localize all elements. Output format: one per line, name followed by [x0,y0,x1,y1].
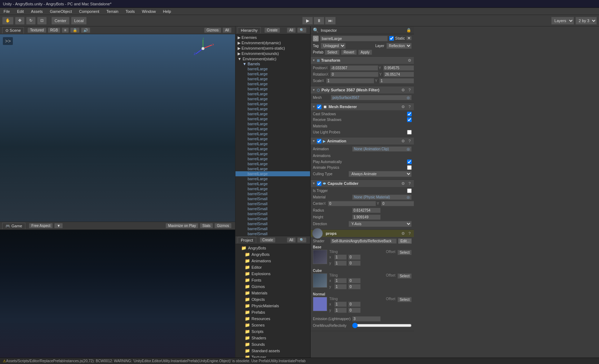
list-item[interactable]: barrelLarge [235,106,310,111]
maximize-btn[interactable]: Maximize on Play [166,223,198,228]
aspect-btn[interactable]: Free Aspect [29,223,53,228]
cube-tile-x-input[interactable] [334,278,347,283]
base-offset-x-input[interactable] [348,254,361,260]
list-item[interactable]: barrelSmall [235,206,310,211]
project-folder-textures[interactable]: 📁 Textures [235,354,310,358]
height-input[interactable] [352,214,381,220]
base-tile-x-input[interactable] [334,254,347,260]
project-folder-editor[interactable]: 📁 Editor [235,264,310,271]
capsule-help-btn[interactable]: ? [407,181,412,186]
shader-input[interactable] [330,238,397,244]
scale-y-input[interactable] [379,78,414,84]
normal-texture-thumb[interactable] [313,297,327,311]
rot-x-input[interactable] [330,72,379,77]
prefab-select-btn[interactable]: Select [325,50,340,55]
emission-input[interactable] [352,316,381,322]
list-item[interactable]: barrelLarge [235,181,310,186]
list-item[interactable]: barrelLarge [235,91,310,96]
mesh-filter-help-btn[interactable]: ? [407,87,412,93]
list-item[interactable]: barrelSmall [235,221,310,226]
list-item[interactable]: barrelSmall [235,226,310,231]
local-button[interactable]: Local [71,17,87,25]
list-item[interactable]: barrelLarge [235,186,310,191]
project-folder-shaders[interactable]: 📁 Shaders [235,335,310,341]
mesh-filter-header[interactable]: ▼ ⬡ Poly Surface 3567 (Mesh Filter) ⚙ ? [311,86,414,93]
center-y-input[interactable] [381,201,414,206]
list-item[interactable]: barrelSmall [235,216,310,221]
project-folder-prefabs[interactable]: 📁 Prefabs [235,309,310,315]
project-create-btn[interactable]: Create [260,237,275,243]
layers-select[interactable]: Layers [551,17,574,25]
animation-header[interactable]: ▼ ▶ Animation ⚙ ? [311,137,414,145]
list-item[interactable]: barrelLarge [235,136,310,141]
scene-audio[interactable]: 🔊 [81,27,90,33]
list-item[interactable]: barrelSmall [235,201,310,206]
scene-options[interactable]: ≡ [62,27,69,33]
list-item[interactable]: barrelLarge [235,116,310,121]
normal-offset-y-input[interactable] [348,308,361,313]
normal-select-btn[interactable]: Select [397,297,412,302]
scene-all-btn[interactable]: All [223,27,232,33]
normal-offset-x-input[interactable] [348,302,361,307]
project-folder-physic[interactable]: 📁 PhysicMaterials [235,303,310,309]
layout-select[interactable]: 2 by 3 [575,17,597,25]
mesh-renderer-settings-btn[interactable]: ⚙ [400,104,406,110]
menu-terrain[interactable]: Terrain [104,9,121,14]
menu-edit[interactable]: Edit [15,9,26,14]
list-item[interactable]: barrelLarge [235,111,310,116]
scene-lock[interactable]: 🔒 [70,27,80,33]
project-all-btn[interactable]: All [287,237,296,243]
menu-file[interactable]: File [1,9,12,14]
mesh-renderer-help-btn[interactable]: ? [407,104,412,110]
hierarchy-all-btn[interactable]: All [287,27,296,33]
hierarchy-item-envdyn[interactable]: ▶ Environment(dynamic) [235,40,310,46]
direction-select[interactable]: Y-Axis [349,221,412,227]
capsule-collider-header[interactable]: ▼ ⬬ Capsule Collider ⚙ ? [311,180,414,187]
tag-select[interactable]: Untagged [321,43,346,49]
project-folder-scripts[interactable]: 📁 Scripts [235,328,310,335]
project-folder-gizmos[interactable]: 📁 Gizmos [235,283,310,290]
rotate-tool[interactable]: ↻ [26,17,36,25]
project-folder-sounds[interactable]: 📁 Sounds [235,341,310,348]
culling-select[interactable]: Always Animate [349,171,412,177]
list-item[interactable]: barrelLarge [235,66,310,71]
pause-button[interactable]: ⏸ [314,17,324,25]
project-folder-standard[interactable]: 📁 Standard assets [235,348,310,354]
project-tab[interactable]: Project [238,237,256,243]
material-settings-btn[interactable]: ⚙ [400,231,406,236]
list-item[interactable]: barrelLarge [235,156,310,161]
center-button[interactable]: Center [51,17,70,25]
project-folder-angrybots1[interactable]: 📁 AngryBots [235,245,310,251]
aspect-dropdown[interactable]: ▼ [54,223,63,228]
cube-tile-y-input[interactable] [334,284,347,289]
static-checkbox[interactable] [389,36,394,41]
project-folder-resources[interactable]: 📁 Resources [235,315,310,322]
scale-x-input[interactable] [326,78,374,84]
menu-assets[interactable]: Assets [29,9,45,14]
hierarchy-create-btn[interactable]: Create [264,27,280,33]
static-dropdown-btn[interactable]: ▼ [406,36,412,40]
step-button[interactable]: ⏭ [325,17,336,25]
inspector-lock-btn[interactable]: 🔒 [406,27,412,33]
prefab-revert-btn[interactable]: Revert [341,50,356,55]
project-folder-animations[interactable]: 📁 Animations [235,258,310,264]
normal-tile-y-input[interactable] [334,308,347,313]
material-header[interactable]: props ⚙ ? [311,230,414,237]
list-item[interactable]: barrelLarge [235,86,310,91]
list-item[interactable]: barrelLarge [235,161,310,166]
rgb-btn[interactable]: RGB [48,27,61,33]
list-item[interactable]: barrelLarge [235,126,310,131]
project-folder-angrybots2[interactable]: 📁 AngryBots [235,251,310,258]
is-trigger-checkbox[interactable] [407,188,412,193]
list-item[interactable]: barrelLarge [235,71,310,76]
list-item[interactable]: barrelSmall [235,191,310,196]
list-item[interactable]: barrelSmall [235,196,310,201]
cube-offset-y-input[interactable] [348,284,361,289]
project-folder-scenes[interactable]: 📁 Scenes [235,322,310,328]
list-item[interactable]: barrelLarge [235,121,310,126]
list-item[interactable]: barrelLarge [235,176,310,181]
hierarchy-item-barrels[interactable]: ▼ Barrels [235,61,310,66]
scene-canvas[interactable]: X Y Z >> [0,34,235,222]
list-item[interactable]: barrelLarge [235,81,310,86]
list-item[interactable]: barrelLarge [235,131,310,136]
